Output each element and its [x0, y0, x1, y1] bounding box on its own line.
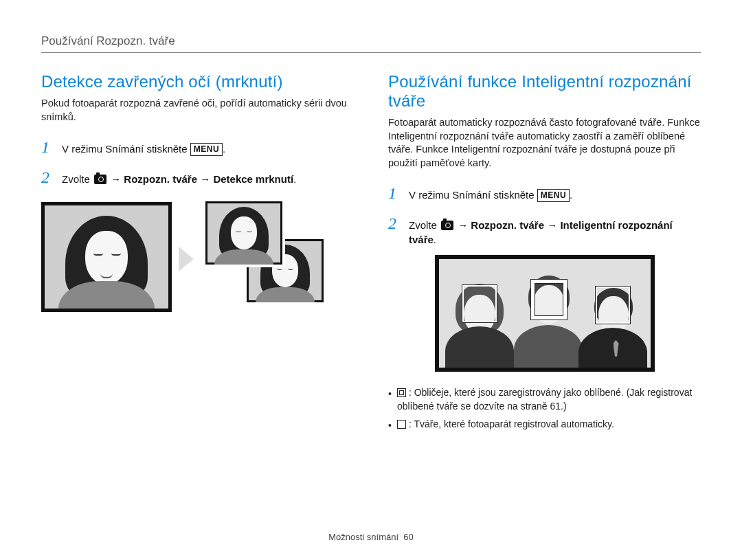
blink-detection-illustration [41, 199, 344, 322]
bullet-icon: • [388, 385, 392, 414]
page-footer: Možnosti snímání 60 [0, 532, 742, 542]
arrow-right-icon [179, 247, 194, 271]
menu-icon: MENU [190, 143, 223, 156]
step2-text-end: . [293, 173, 296, 185]
step2-text-a: Zvolte [409, 219, 440, 231]
step1-text-b: . [223, 143, 225, 155]
step-number: 2 [41, 166, 54, 190]
double-square-icon [397, 388, 406, 397]
left-column: Detekce zavřených očí (mrknutí) Pokud fo… [41, 72, 354, 437]
face-box-double-icon [531, 280, 567, 320]
step-number: 2 [388, 212, 401, 236]
step1-text-a: V režimu Snímání stiskněte [62, 143, 190, 155]
right-step-1: 1 V režimu Snímání stiskněte MENU. [388, 182, 701, 205]
right-column: Používání funkce Inteligentní rozpoznání… [388, 72, 701, 437]
arrow-icon: → [108, 173, 124, 185]
step2-text-a: Zvolte [62, 173, 93, 185]
step1-text-b: . [570, 189, 572, 201]
camera-icon [94, 175, 106, 184]
arrow-icon: → [197, 173, 213, 185]
step-number: 1 [388, 182, 401, 205]
footer-section: Možnosti snímání [328, 532, 398, 542]
right-title: Používání funkce Inteligentní rozpoznání… [388, 72, 701, 111]
step-number: 1 [41, 136, 54, 159]
bullet-icon: • [388, 417, 392, 432]
camera-icon [441, 221, 453, 230]
face-box-single-icon [462, 285, 497, 322]
legend-1-text: : Obličeje, které jsou zaregistrovány ja… [397, 387, 692, 412]
breadcrumb: Používání Rozpozn. tváře [41, 34, 701, 48]
legend-list: • : Obličeje, které jsou zaregistrovány … [388, 385, 701, 433]
left-intro: Pokud fotoaparát rozpozná zavřené oči, p… [41, 97, 354, 124]
arrow-icon: → [455, 219, 471, 231]
right-step-2: 2 Zvolte → Rozpozn. tváře → Inteligentní… [388, 212, 701, 247]
step1-text-a: V režimu Snímání stiskněte [409, 189, 537, 201]
step2-bold-2: Detekce mrknutí [213, 173, 293, 185]
step2-bold-1: Rozpozn. tváře [124, 173, 197, 185]
single-square-icon [397, 420, 406, 429]
left-step-1: 1 V režimu Snímání stiskněte MENU. [41, 136, 354, 159]
menu-icon: MENU [537, 189, 570, 202]
legend-2-text: : Tváře, které fotoaparát registroval au… [409, 418, 614, 429]
left-title: Detekce zavřených očí (mrknutí) [41, 72, 354, 91]
step2-bold-1: Rozpozn. tváře [471, 219, 544, 231]
left-step-2: 2 Zvolte → Rozpozn. tváře → Detekce mrkn… [41, 166, 354, 190]
arrow-icon: → [544, 219, 560, 231]
face-recognition-illustration [435, 255, 655, 372]
right-intro: Fotoaparát automaticky rozpoznává často … [388, 116, 701, 170]
photo-large [41, 202, 172, 312]
face-box-single-icon [596, 287, 630, 324]
divider [41, 52, 701, 53]
step2-text-end: . [434, 234, 436, 245]
footer-page-number: 60 [403, 532, 413, 542]
photo-small-1 [203, 199, 285, 267]
